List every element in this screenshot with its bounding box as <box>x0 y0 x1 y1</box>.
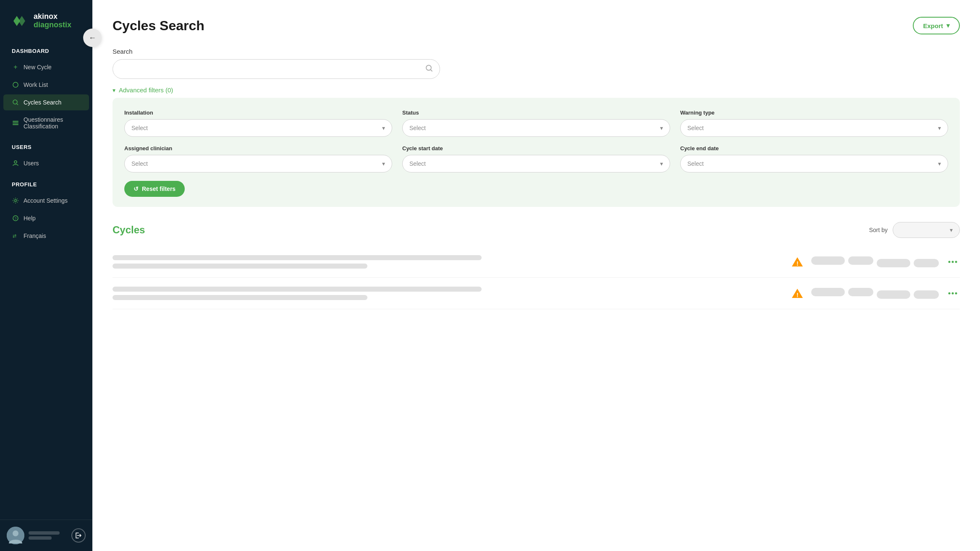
sidebar-item-new-cycle[interactable]: + New Cycle <box>3 59 89 75</box>
svg-rect-4 <box>13 121 18 122</box>
chevron-down-icon: ▾ <box>950 227 953 233</box>
filter-value-status: Select <box>409 125 426 131</box>
skeleton-line <box>113 264 367 269</box>
logo-area: akinox diagnostix <box>0 0 92 42</box>
cycle-tag <box>914 259 939 267</box>
filter-select-clinician[interactable]: Select ▾ <box>124 155 392 172</box>
filter-select-start-date[interactable]: Select ▾ <box>402 155 670 172</box>
sidebar-item-questionnaires[interactable]: Questionnaires Classification <box>3 112 89 134</box>
filter-label-warning-type: Warning type <box>680 110 948 116</box>
svg-text:!: ! <box>797 260 799 267</box>
chevron-down-icon: ▾ <box>660 125 663 131</box>
cycle-tags-1 <box>811 256 939 267</box>
avatar <box>7 527 24 544</box>
gear-icon <box>12 197 19 204</box>
svg-point-2 <box>13 100 17 104</box>
chevron-down-icon: ▾ <box>938 125 941 131</box>
filter-select-status[interactable]: Select ▾ <box>402 119 670 137</box>
collapse-sidebar-button[interactable]: ← <box>83 29 102 47</box>
language-icon: ⇄ <box>12 232 19 240</box>
filter-label-end-date: Cycle end date <box>680 145 948 151</box>
sidebar: akinox diagnostix ← DASHBOARD + New Cycl… <box>0 0 92 551</box>
filter-label-start-date: Cycle start date <box>402 145 670 151</box>
filter-label-installation: Installation <box>124 110 392 116</box>
svg-line-15 <box>431 70 432 71</box>
sort-by-wrapper: Sort by ▾ <box>869 222 960 238</box>
list-icon <box>12 119 19 127</box>
logo-icon <box>10 12 29 30</box>
cycle-tag <box>877 290 910 299</box>
brand-top: akinox <box>34 13 71 21</box>
svg-rect-5 <box>13 123 18 123</box>
cycles-title: Cycles <box>113 224 145 236</box>
more-options-button-2[interactable] <box>946 286 960 300</box>
cycle-info-1 <box>113 255 783 269</box>
sidebar-footer <box>0 520 92 551</box>
svg-text:⇄: ⇄ <box>13 233 16 238</box>
sort-by-label: Sort by <box>869 227 888 233</box>
sidebar-item-cycles-search[interactable]: Cycles Search <box>3 94 89 110</box>
svg-point-25 <box>955 292 957 295</box>
filter-select-end-date[interactable]: Select ▾ <box>680 155 948 172</box>
filter-label-status: Status <box>402 110 670 116</box>
sidebar-item-account-settings[interactable]: Account Settings <box>3 193 89 209</box>
svg-point-13 <box>13 530 18 536</box>
brand-bottom: diagnostix <box>34 21 71 29</box>
sidebar-item-label: New Cycle <box>24 64 52 71</box>
export-label: Export <box>923 22 943 29</box>
cycle-item-2: ! <box>113 278 960 309</box>
arrow-left-icon: ← <box>89 34 96 42</box>
cycle-tag <box>914 290 939 299</box>
filters-row-1: Installation Select ▾ Status Select ▾ Wa… <box>124 110 948 137</box>
cycle-info-2 <box>113 287 783 300</box>
filter-value-start-date: Select <box>409 160 426 167</box>
svg-point-19 <box>952 261 954 263</box>
reset-filters-button[interactable]: ↺ Reset filters <box>124 181 185 197</box>
svg-text:!: ! <box>797 292 799 298</box>
warning-icon-1: ! <box>790 255 804 269</box>
sidebar-item-francais[interactable]: ⇄ Français <box>3 228 89 244</box>
sort-select[interactable]: ▾ <box>893 222 960 238</box>
filter-value-clinician: Select <box>131 160 148 167</box>
advanced-filters-toggle[interactable]: ▾ Advanced filters (0) <box>113 82 960 98</box>
logout-button[interactable] <box>71 528 86 543</box>
svg-point-7 <box>14 161 17 163</box>
user-icon <box>12 159 19 167</box>
chevron-down-icon: ▾ <box>113 87 115 94</box>
sidebar-item-label: Help <box>24 215 36 222</box>
cycle-tags-2 <box>811 288 939 299</box>
filter-value-warning-type: Select <box>687 125 704 131</box>
sidebar-item-users[interactable]: Users <box>3 155 89 171</box>
cycle-tag <box>848 256 873 265</box>
filter-select-installation[interactable]: Select ▾ <box>124 119 392 137</box>
cycle-tag <box>877 259 910 267</box>
filter-value-installation: Select <box>131 125 148 131</box>
svg-rect-6 <box>13 124 18 125</box>
svg-line-3 <box>17 104 18 105</box>
filter-cycle-start-date: Cycle start date Select ▾ <box>402 145 670 172</box>
skeleton-line <box>113 287 482 292</box>
search-section: Search <box>113 48 960 79</box>
svg-point-23 <box>949 292 951 295</box>
filter-select-warning-type[interactable]: Select ▾ <box>680 119 948 137</box>
plus-icon: + <box>12 63 19 71</box>
more-options-button-1[interactable] <box>946 255 960 269</box>
svg-point-8 <box>15 200 17 202</box>
svg-text:?: ? <box>15 217 17 221</box>
filter-installation: Installation Select ▾ <box>124 110 392 137</box>
sidebar-item-work-list[interactable]: Work List <box>3 77 89 93</box>
filter-value-end-date: Select <box>687 160 704 167</box>
sidebar-item-label: Account Settings <box>24 197 68 204</box>
cycle-item-1: ! <box>113 246 960 278</box>
help-icon: ? <box>12 214 19 222</box>
search-circle-icon <box>12 99 19 106</box>
sidebar-item-help[interactable]: ? Help <box>3 210 89 226</box>
page-header: Cycles Search Export ▾ <box>113 17 960 34</box>
page-title: Cycles Search <box>113 18 204 34</box>
circle-icon <box>12 81 19 89</box>
chevron-down-icon: ▾ <box>946 22 950 29</box>
search-input[interactable] <box>113 59 440 79</box>
cycle-tag <box>848 288 873 296</box>
export-button[interactable]: Export ▾ <box>913 17 960 34</box>
svg-point-20 <box>955 261 957 263</box>
